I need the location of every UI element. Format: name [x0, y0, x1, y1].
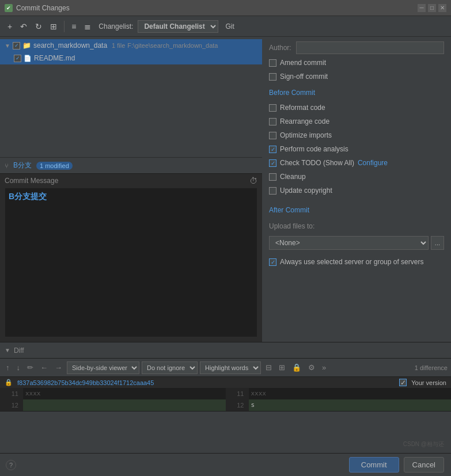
after-commit-header: After Commit	[269, 206, 444, 214]
diff-highlight-dropdown[interactable]: Highlight words	[200, 361, 261, 374]
optimize-imports-row: Optimize imports	[269, 130, 444, 140]
always-use-row: Always use selected server or group of s…	[269, 257, 444, 267]
close-button[interactable]: ✕	[438, 4, 446, 12]
always-use-label: Always use selected server or group of s…	[280, 258, 423, 266]
file-tree: ▼ ✓ 📁 search_markdown_data 1 file F:\git…	[0, 37, 262, 157]
diff-line-row-2: 12 12 s	[0, 399, 451, 411]
diff-line-content-left-1: xxxx	[23, 388, 226, 399]
version-checkbox[interactable]: ✓	[399, 379, 407, 386]
reformat-code-checkbox[interactable]	[269, 104, 276, 112]
check-todo-row: Check TODO (Show All) Configure	[269, 158, 444, 168]
file-icon: 📄	[24, 55, 32, 62]
diff-arrow[interactable]: ▼	[5, 347, 10, 353]
update-copyright-checkbox[interactable]	[269, 187, 276, 195]
commit-hash: f837a536982b75b34dc949bb33024f1712caaa45	[17, 379, 154, 386]
sign-off-commit-label: Sign-off commit	[280, 73, 328, 81]
amend-commit-checkbox[interactable]	[269, 59, 276, 67]
branch-icon: ⑂	[5, 162, 9, 169]
commit-message-section: Commit Message ⏱ B分支提交	[0, 173, 262, 342]
amend-commit-row: Amend commit	[269, 58, 444, 68]
changelist-dropdown[interactable]: Default Changelist	[138, 20, 218, 33]
optimize-imports-label: Optimize imports	[280, 131, 332, 139]
rearrange-code-checkbox[interactable]	[269, 118, 276, 125]
sign-off-commit-checkbox[interactable]	[269, 73, 276, 81]
diff-toolbar: ↑ ↓ ✏ ← → Side-by-side viewer Do not ign…	[0, 359, 451, 377]
separator-1	[64, 21, 65, 32]
diff-more-button[interactable]: »	[320, 361, 328, 374]
expand-button[interactable]: ≡	[69, 20, 79, 33]
app-icon: ✔	[5, 4, 13, 12]
collapse-button[interactable]: ≣	[81, 20, 94, 33]
add-button[interactable]: +	[5, 20, 15, 33]
tree-file-row[interactable]: ✓ 📄 README.md	[0, 52, 262, 64]
undo-button[interactable]: ↶	[17, 20, 30, 33]
diff-edit-button[interactable]: ✏	[25, 361, 36, 374]
modified-badge: 1 modified	[36, 162, 73, 170]
commit-message-textarea[interactable]: B分支提交	[5, 188, 257, 337]
diff-settings-button[interactable]: ⚙	[306, 361, 317, 374]
diff-file-row: 🔒 f837a536982b75b34dc949bb33024f1712caaa…	[0, 377, 451, 388]
check-todo-label: Check TODO (Show All)	[280, 159, 354, 167]
file-label: README.md	[34, 54, 75, 62]
file-checkbox[interactable]: ✓	[14, 55, 21, 62]
cleanup-checkbox[interactable]	[269, 173, 276, 181]
diff-line-content-right-1: xxxx	[249, 388, 452, 399]
check-todo-checkbox[interactable]	[269, 159, 276, 167]
diff-header: ▼ Diff	[0, 342, 451, 359]
version-label: Your version	[411, 379, 446, 386]
author-label: Author:	[269, 44, 291, 52]
configure-link[interactable]: Configure	[358, 159, 388, 167]
author-input[interactable]	[296, 41, 444, 54]
diff-forward-button[interactable]: →	[52, 361, 65, 374]
toolbar: + ↶ ↻ ⊞ ≡ ≣ Changelist: Default Changeli…	[0, 16, 451, 37]
diff-line-num-left-1: 11	[0, 388, 23, 399]
maximize-button[interactable]: □	[428, 4, 436, 12]
right-panel-inner: Author: Amend commit Sign-off commit Bef…	[262, 37, 451, 272]
diff-line-row-1: 11 xxxx 11 xxxx	[0, 388, 451, 399]
tree-expand-arrow: ▼	[5, 43, 10, 49]
diff-button[interactable]: ⊞	[47, 20, 60, 33]
diff-lock-button[interactable]: 🔒	[290, 361, 304, 374]
left-status-bar: ⑂ B分支 1 modified	[0, 157, 262, 173]
diff-back-button[interactable]: ←	[38, 361, 50, 374]
root-path: F:\gitee\search_markdown_data	[127, 42, 218, 49]
folder-icon: 📁	[22, 41, 31, 49]
refresh-button[interactable]: ↻	[32, 20, 45, 33]
history-icon[interactable]: ⏱	[249, 176, 257, 185]
always-use-checkbox[interactable]	[269, 258, 276, 266]
perform-code-analysis-label: Perform code analysis	[280, 145, 348, 153]
diff-line-num-right-2: 12	[226, 399, 249, 411]
optimize-imports-checkbox[interactable]	[269, 132, 276, 139]
diff-line-content-left-2	[23, 399, 226, 411]
diff-viewer-dropdown[interactable]: Side-by-side viewer	[67, 361, 139, 374]
commit-message-text: B分支提交	[9, 192, 47, 201]
author-row: Author:	[269, 41, 444, 54]
upload-dropdown[interactable]: <None>	[269, 236, 429, 250]
diff-up-button[interactable]: ↑	[3, 361, 12, 374]
commit-button[interactable]: Commit	[349, 457, 399, 473]
reformat-code-label: Reformat code	[280, 104, 325, 112]
window-title: Commit Changes	[16, 4, 414, 12]
bottom-bar: CSDN @相与还 Commit Cancel	[0, 453, 451, 476]
rearrange-code-label: Rearrange code	[280, 117, 329, 125]
diff-ignore-dropdown[interactable]: Do not ignore	[142, 361, 198, 374]
upload-browse-button[interactable]: ...	[431, 236, 444, 250]
cancel-button[interactable]: Cancel	[404, 457, 444, 473]
diff-line-num-right-1: 11	[226, 388, 249, 399]
perform-code-analysis-checkbox[interactable]	[269, 146, 276, 153]
window-controls: ─ □ ✕	[418, 4, 446, 12]
lock-icon: 🔒	[5, 379, 13, 386]
diff-unified-button[interactable]: ⊞	[276, 361, 287, 374]
left-column: ▼ ✓ 📁 search_markdown_data 1 file F:\git…	[0, 37, 262, 342]
minimize-button[interactable]: ─	[418, 4, 426, 12]
diff-down-button[interactable]: ↓	[14, 361, 23, 374]
perform-code-analysis-row: Perform code analysis	[269, 144, 444, 154]
diff-side-by-side-button[interactable]: ⊟	[263, 361, 274, 374]
title-bar: ✔ Commit Changes ─ □ ✕	[0, 0, 451, 16]
commit-message-header: Commit Message ⏱	[0, 174, 262, 188]
content-area: ▼ ✓ 📁 search_markdown_data 1 file F:\git…	[0, 37, 451, 342]
root-checkbox[interactable]: ✓	[13, 42, 20, 49]
tree-root-row[interactable]: ▼ ✓ 📁 search_markdown_data 1 file F:\git…	[0, 39, 262, 52]
branch-name: B分支	[13, 161, 32, 170]
help-button[interactable]: ?	[6, 460, 16, 470]
